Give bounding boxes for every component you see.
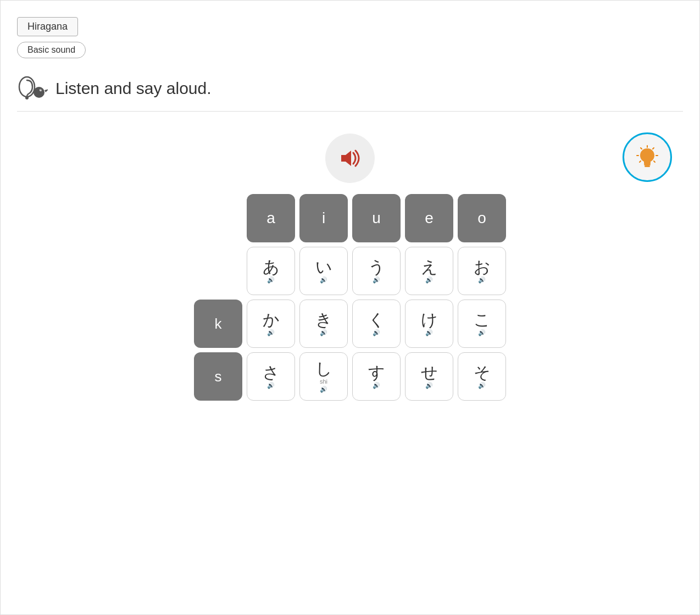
svg-point-4 xyxy=(41,90,42,91)
svg-rect-6 xyxy=(645,165,650,167)
key-a-hira[interactable]: あ 🔊 xyxy=(247,247,295,295)
section-divider xyxy=(17,111,683,112)
k-row: k か 🔊 き 🔊 く 🔊 け 🔊 こ 🔊 xyxy=(194,300,506,348)
svg-line-12 xyxy=(654,161,655,162)
char-ke: け xyxy=(421,312,438,328)
svg-point-1 xyxy=(25,96,29,99)
row-label-empty-a xyxy=(194,247,242,295)
keyboard-section: a i u e o あ 🔊 い 🔊 う 🔊 え 🔊 xyxy=(17,194,683,401)
char-sa: さ xyxy=(263,364,280,381)
sound-icon-u: 🔊 xyxy=(373,276,380,284)
hiragana-tab[interactable]: Hiragana xyxy=(17,17,78,36)
sound-icon-ke: 🔊 xyxy=(425,329,433,336)
char-se: せ xyxy=(421,364,438,381)
svg-marker-14 xyxy=(341,151,351,166)
sound-icon-ku: 🔊 xyxy=(373,329,380,336)
sound-icon-se: 🔊 xyxy=(425,382,433,389)
char-ku: く xyxy=(368,312,385,328)
svg-line-8 xyxy=(653,148,654,149)
svg-rect-5 xyxy=(644,164,651,165)
char-e: え xyxy=(421,259,438,275)
key-su[interactable]: す 🔊 xyxy=(352,352,401,401)
sound-icon-i: 🔊 xyxy=(320,276,327,284)
sound-icon-o: 🔊 xyxy=(478,276,486,284)
speaker-icon xyxy=(338,148,362,168)
vowel-row: a i u e o xyxy=(194,194,506,242)
key-i[interactable]: i xyxy=(299,194,348,242)
key-ku[interactable]: く 🔊 xyxy=(352,300,401,348)
key-o[interactable]: o xyxy=(458,194,506,242)
lightbulb-icon xyxy=(635,145,659,169)
hint-button[interactable] xyxy=(623,132,672,182)
sound-icon-sa: 🔊 xyxy=(267,382,275,389)
char-ka: か xyxy=(263,312,280,328)
char-o: お xyxy=(474,259,491,275)
key-ka[interactable]: か 🔊 xyxy=(247,300,295,348)
sound-icon-a: 🔊 xyxy=(267,276,275,284)
key-i-hira[interactable]: い 🔊 xyxy=(299,247,348,295)
row-label-empty-vowel xyxy=(194,194,242,242)
s-row: s さ 🔊 し shi 🔊 す 🔊 せ 🔊 そ 🔊 xyxy=(194,352,506,401)
char-shi-sub: shi xyxy=(320,378,327,385)
sound-icon-so: 🔊 xyxy=(478,382,486,389)
char-so: そ xyxy=(474,364,491,381)
key-ki[interactable]: き 🔊 xyxy=(299,300,348,348)
key-sa[interactable]: さ 🔊 xyxy=(247,352,295,401)
key-a[interactable]: a xyxy=(247,194,295,242)
key-u-hira[interactable]: う 🔊 xyxy=(352,247,401,295)
sound-icon-shi: 🔊 xyxy=(320,386,327,393)
sound-icon-ki: 🔊 xyxy=(320,329,327,336)
ear-svg xyxy=(17,75,48,102)
play-sound-button[interactable] xyxy=(325,134,375,183)
svg-point-2 xyxy=(34,87,45,98)
sound-icon-ko: 🔊 xyxy=(478,329,486,336)
key-ko[interactable]: こ 🔊 xyxy=(458,300,506,348)
row-label-k[interactable]: k xyxy=(194,300,242,348)
char-ko: こ xyxy=(474,312,491,328)
header-section: Hiragana Basic sound xyxy=(17,12,683,69)
key-u[interactable]: u xyxy=(352,194,401,242)
svg-line-9 xyxy=(641,148,642,149)
listen-text: Listen and say aloud. xyxy=(55,79,212,98)
sound-icon-ka: 🔊 xyxy=(267,329,275,336)
char-su: す xyxy=(368,364,385,381)
key-ke[interactable]: け 🔊 xyxy=(405,300,453,348)
char-u: う xyxy=(368,259,385,275)
page-container: Hiragana Basic sound Listen and say alou… xyxy=(0,0,700,615)
ear-bird-icon xyxy=(17,75,48,102)
char-a: あ xyxy=(263,259,280,275)
key-shi[interactable]: し shi 🔊 xyxy=(299,352,348,401)
char-ki: き xyxy=(315,312,332,328)
a-row: あ 🔊 い 🔊 う 🔊 え 🔊 お 🔊 xyxy=(194,247,506,295)
key-e-hira[interactable]: え 🔊 xyxy=(405,247,453,295)
basic-sound-tab[interactable]: Basic sound xyxy=(17,42,86,58)
listen-section: Listen and say aloud. xyxy=(17,69,683,111)
svg-line-13 xyxy=(640,161,641,162)
key-se[interactable]: せ 🔊 xyxy=(405,352,453,401)
row-label-s[interactable]: s xyxy=(194,352,242,401)
key-o-hira[interactable]: お 🔊 xyxy=(458,247,506,295)
char-shi: し xyxy=(315,361,332,377)
speaker-area xyxy=(17,134,683,183)
sound-icon-e: 🔊 xyxy=(425,276,433,284)
key-e[interactable]: e xyxy=(405,194,453,242)
sound-icon-su: 🔊 xyxy=(373,382,380,389)
key-so[interactable]: そ 🔊 xyxy=(458,352,506,401)
char-i: い xyxy=(315,259,332,275)
